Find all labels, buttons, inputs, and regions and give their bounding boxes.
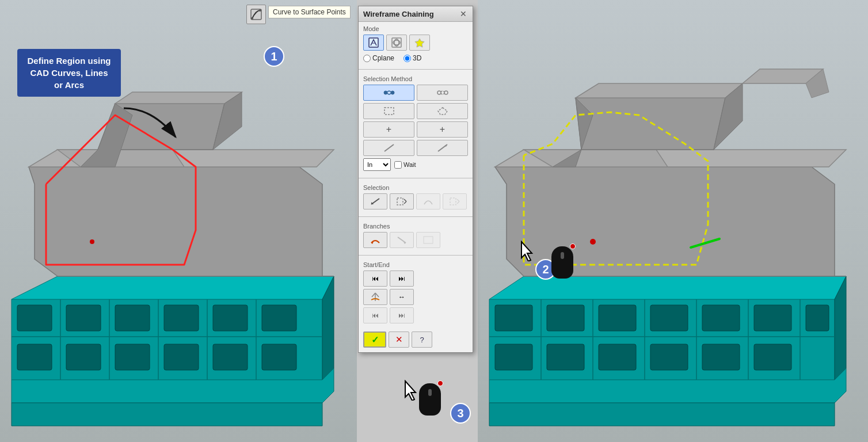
cancel-button[interactable]: ✕ [389,332,409,348]
mode-label: Mode [363,25,468,32]
dialog-titlebar: Wireframe Chaining ✕ [359,6,473,22]
svg-line-91 [404,201,406,204]
selmethod-btn-8[interactable] [417,140,468,156]
se-btn-4[interactable]: ↔ [390,289,414,305]
svg-line-99 [372,293,375,297]
svg-rect-89 [397,198,403,205]
svg-rect-14 [213,305,248,331]
selmethod-btn-1[interactable] [363,85,414,101]
curve-to-surface-btn[interactable] [246,5,266,24]
svg-rect-54 [650,344,688,370]
svg-marker-2 [12,276,334,299]
cplane-radio-label[interactable]: Cplane [363,54,394,62]
se-btn-2[interactable]: ⏭ [390,270,414,287]
sel2-btn-1[interactable] [363,193,387,209]
sel2-btn-3[interactable] [416,193,440,209]
wait-checkbox-label[interactable]: Wait [394,161,416,169]
svg-rect-20 [213,344,248,370]
in-dropdown[interactable]: In [363,158,391,171]
svg-marker-101 [405,381,416,401]
svg-point-81 [437,91,441,94]
selmethod-btn-4[interactable] [417,103,468,119]
dialog-close-button[interactable]: ✕ [459,9,468,18]
selection-method-grid: + + [363,85,468,156]
wait-checkbox[interactable] [394,161,402,169]
se-btn-5[interactable]: ⏮ [363,307,387,323]
cplane-radio[interactable] [363,55,371,62]
svg-rect-44 [495,305,532,331]
svg-line-94 [457,201,459,204]
svg-line-100 [375,293,379,297]
branches-section: Branches [359,219,473,253]
svg-rect-10 [17,305,52,331]
se-btn-1[interactable]: ⏮ [363,270,387,287]
svg-rect-16 [17,344,52,370]
selmethod-btn-5[interactable]: + [363,121,414,138]
selmethod-btn-3[interactable] [363,103,414,119]
se-btn-3[interactable] [363,289,387,305]
divider-1 [359,69,473,70]
toolbar-icon-area: Curve to Surface Points [246,5,266,24]
sel2-btn-4[interactable] [443,193,467,209]
svg-point-72 [251,17,253,20]
left-cad-view: Define Region using CAD Curves, Lines or… [0,0,357,442]
svg-marker-26 [115,92,242,104]
svg-point-73 [259,9,261,12]
branch-btn-2[interactable] [390,232,414,248]
branch-btn-1[interactable] [363,232,387,248]
svg-rect-11 [66,305,101,331]
step-3-circle: 3 [450,403,471,424]
sel2-btn-2[interactable] [390,193,414,209]
mode-btn-1[interactable] [363,35,384,51]
dialog-bottom: ✓ ✕ ? [359,328,473,352]
svg-rect-19 [164,344,199,370]
svg-rect-18 [115,344,150,370]
selection-section: Selection [359,181,473,214]
branch-btn-3[interactable] [416,232,440,248]
wireframe-chaining-dialog: Wireframe Chaining ✕ Mode [358,6,473,353]
step-2-circle: 2 [535,259,556,280]
svg-marker-24 [58,150,184,167]
svg-point-79 [384,91,387,94]
annotation-box: Define Region using CAD Curves, Lines or… [17,49,121,97]
startend-row-2: ↔ [363,289,468,305]
mode-buttons [363,35,468,51]
radio-row: Cplane 3D [363,54,468,62]
svg-line-90 [404,199,406,201]
svg-rect-48 [702,305,740,331]
svg-marker-22 [29,167,334,276]
divider-4 [359,255,473,256]
branches-label: Branches [363,223,468,230]
mode-btn-3[interactable] [409,35,430,51]
help-button[interactable]: ? [412,332,432,348]
startend-row-3: ⏮ ⏭ [363,307,468,323]
svg-line-85 [384,144,394,151]
svg-point-82 [444,91,448,94]
toolbar-tooltip: Curve to Surface Points [268,6,351,18]
selmethod-btn-7[interactable] [363,140,414,156]
selmethod-btn-6[interactable]: + [417,121,468,138]
dropdown-wait-row: In Wait [363,158,468,171]
ok-button[interactable]: ✓ [363,332,386,348]
svg-point-66 [590,239,596,245]
divider-2 [359,178,473,178]
threed-radio-label[interactable]: 3D [403,54,421,62]
start-end-label: Start/End [363,261,468,268]
branches-btns-row [363,232,468,248]
svg-rect-50 [806,305,829,331]
selection-btns-row [363,193,468,209]
svg-rect-53 [599,344,636,370]
threed-radio[interactable] [403,55,411,62]
svg-rect-12 [115,305,150,331]
svg-rect-92 [450,198,456,205]
divider-3 [359,216,473,217]
selmethod-btn-2[interactable] [417,85,468,101]
start-end-section: Start/End ⏮ ⏭ ↔ ⏮ ⏭ [359,258,473,328]
svg-rect-52 [547,344,584,370]
se-btn-6[interactable]: ⏭ [390,307,414,323]
selection-label: Selection [363,184,468,191]
svg-marker-61 [576,83,743,98]
selection-method-label: Selection Method [363,75,468,82]
svg-rect-47 [650,305,688,331]
mode-btn-2[interactable] [386,35,407,51]
